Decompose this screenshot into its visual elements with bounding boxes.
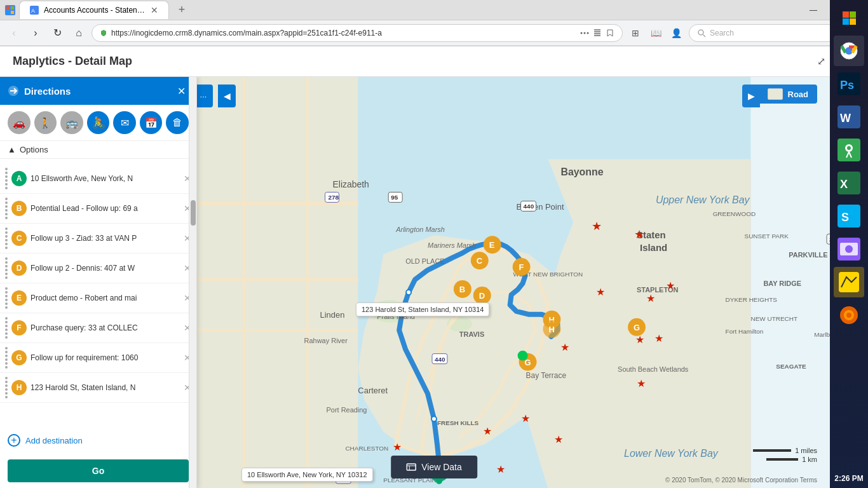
walk-mode-button[interactable]: 🚶 <box>34 111 57 134</box>
svg-text:A: A <box>31 8 35 14</box>
waypoint-text-e: Product demo - Robert and mai <box>31 294 180 302</box>
excel-icon[interactable]: X <box>834 168 864 198</box>
waypoint-drag-handle[interactable] <box>5 317 8 339</box>
home-button[interactable]: ⌂ <box>70 24 88 42</box>
svg-point-40 <box>406 290 411 295</box>
svg-text:PARKVILLE: PARKVILLE <box>789 251 827 259</box>
browser-search-bar[interactable]: Search <box>689 24 841 42</box>
map-tooltip-ellsworth: 10 Ellsworth Ave, New York, NY 10312 <box>241 468 373 482</box>
svg-text:South Beach Wetlands: South Beach Wetlands <box>618 365 689 373</box>
waypoint-item: A 10 Ellsworth Ave, New York, N ✕ <box>0 164 196 194</box>
app-header: Maplytics - Detail Map ⤢ ✕ <box>0 46 868 77</box>
transport-modes: 🚗 🚶 🚌 🚴 ✉ 📅 🗑 <box>0 105 196 141</box>
svg-text:H: H <box>548 325 554 334</box>
delete-route-button[interactable]: 🗑 <box>166 111 189 134</box>
waypoint-drag-handle[interactable] <box>5 168 8 189</box>
back-button[interactable]: ‹ <box>5 24 23 42</box>
profile-button[interactable]: 👤 <box>667 24 685 42</box>
reader-mode-icon[interactable] <box>593 29 602 37</box>
svg-text:★: ★ <box>646 293 655 304</box>
svg-text:★: ★ <box>592 220 602 233</box>
waypoint-text-c: Follow up 3 - Ziad: 33 at VAN P <box>31 234 180 243</box>
svg-text:C: C <box>477 256 482 266</box>
map-area[interactable]: Bayonne Elizabeth Upper New York Bay Sta… <box>0 77 868 488</box>
add-icon: + <box>8 434 20 447</box>
main-content: Bayonne Elizabeth Upper New York Bay Sta… <box>0 77 868 488</box>
waypoint-drag-handle[interactable] <box>5 347 8 369</box>
waypoint-item: H 123 Harold St, Staten Island, N ✕ <box>0 373 196 403</box>
road-label: Road <box>788 90 809 99</box>
waypoint-drag-handle[interactable] <box>5 287 8 309</box>
map-view-collapse-button[interactable]: ▶ <box>742 85 760 107</box>
add-destination-button[interactable]: + Add destination <box>0 428 196 453</box>
svg-text:Arlington Marsh: Arlington Marsh <box>395 226 445 233</box>
resize-button[interactable]: ⤢ <box>812 53 830 71</box>
mail-mode-button[interactable]: ✉ <box>113 111 136 134</box>
svg-text:OLD PLACE: OLD PLACE <box>405 257 444 265</box>
minimize-button[interactable]: — <box>804 4 822 17</box>
word-icon[interactable]: W <box>834 102 864 132</box>
svg-text:Upper New York Bay: Upper New York Bay <box>656 194 750 205</box>
more-options-icon[interactable] <box>580 29 589 37</box>
photo-icon[interactable] <box>834 234 864 264</box>
svg-text:Rahway River: Rahway River <box>304 337 348 344</box>
waypoint-drag-handle[interactable] <box>5 257 8 279</box>
waypoint-drag-handle[interactable] <box>5 227 8 249</box>
panel-header: Directions ✕ <box>0 77 196 105</box>
waypoint-label-g: G <box>11 350 27 365</box>
svg-text:SUNSET PARK: SUNSET PARK <box>744 233 789 240</box>
svg-text:GREENWOOD: GREENWOOD <box>713 210 756 217</box>
skype-icon[interactable]: S <box>834 201 864 231</box>
maps-icon[interactable] <box>834 135 864 165</box>
waypoint-item: G Follow up for requirement: 1060 ✕ <box>0 343 196 373</box>
svg-point-31 <box>584 32 586 34</box>
car-mode-button[interactable]: 🚗 <box>8 111 31 134</box>
waypoint-item: D Follow up 2 - Dennis: 407 at W ✕ <box>0 254 196 283</box>
chrome-icon[interactable] <box>834 36 864 66</box>
svg-text:Island: Island <box>640 242 667 253</box>
view-data-label: View Data <box>421 462 462 472</box>
app-title: Maplytics - Detail Map <box>13 55 812 68</box>
tab-close-button[interactable]: ✕ <box>151 5 158 15</box>
title-bar-left: A Accounts Accounts - Staten Isl... ✕ + <box>5 1 191 19</box>
forward-button[interactable]: › <box>27 24 44 42</box>
maplytics-icon[interactable] <box>834 267 864 297</box>
waypoints-list: A 10 Ellsworth Ave, New York, N ✕ B Pote… <box>0 159 196 428</box>
waypoint-label-f: F <box>11 320 27 336</box>
svg-point-107 <box>436 478 442 484</box>
refresh-button[interactable]: ↻ <box>48 24 66 42</box>
toolbar-collapse-button[interactable]: ◀ <box>218 85 236 107</box>
new-tab-button[interactable]: + <box>173 1 191 19</box>
bookmark-icon[interactable] <box>606 29 614 37</box>
photoshop-icon[interactable]: Ps <box>834 69 864 99</box>
search-icon <box>697 29 706 37</box>
scale-bar: 1 miles 1 km <box>753 447 817 463</box>
scroll-indicator[interactable] <box>189 77 196 488</box>
active-tab[interactable]: A Accounts Accounts - Staten Isl... ✕ <box>19 1 169 19</box>
svg-text:★: ★ <box>554 434 563 445</box>
immersive-reader-button[interactable]: 📖 <box>647 24 665 42</box>
svg-text:Linden: Linden <box>320 310 345 320</box>
svg-text:NEW UTRECHT: NEW UTRECHT <box>750 315 797 322</box>
svg-text:95: 95 <box>391 194 398 201</box>
bike-mode-button[interactable]: 🚴 <box>87 111 110 134</box>
svg-point-30 <box>581 32 583 34</box>
directions-panel: Directions ✕ 🚗 🚶 🚌 🚴 ✉ 📅 🗑 ▲ Options <box>0 77 197 488</box>
collections-button[interactable]: ⊞ <box>627 24 644 42</box>
panel-close-button[interactable]: ✕ <box>173 83 189 98</box>
scroll-thumb <box>191 200 196 226</box>
taskbar-time: 2:26 PM <box>832 471 865 485</box>
waypoint-drag-handle[interactable] <box>5 377 8 398</box>
transit-mode-button[interactable]: 🚌 <box>60 111 83 134</box>
schedule-mode-button[interactable]: 📅 <box>140 111 163 134</box>
waypoint-text-g: Follow up for requirement: 1060 <box>31 353 180 362</box>
windows-start-button[interactable] <box>834 3 864 33</box>
road-toggle-button[interactable]: Road <box>759 85 818 104</box>
firefox-icon[interactable] <box>834 300 864 330</box>
go-button[interactable]: Go <box>8 459 189 482</box>
waypoint-drag-handle[interactable] <box>5 198 8 219</box>
view-data-button[interactable]: View Data <box>391 456 477 478</box>
options-toggle[interactable]: ▲ Options <box>8 145 189 154</box>
svg-text:FRESH KILLS: FRESH KILLS <box>437 419 479 426</box>
address-bar[interactable]: https://inogicdemo.crm8.dynamics.com/mai… <box>92 24 623 42</box>
